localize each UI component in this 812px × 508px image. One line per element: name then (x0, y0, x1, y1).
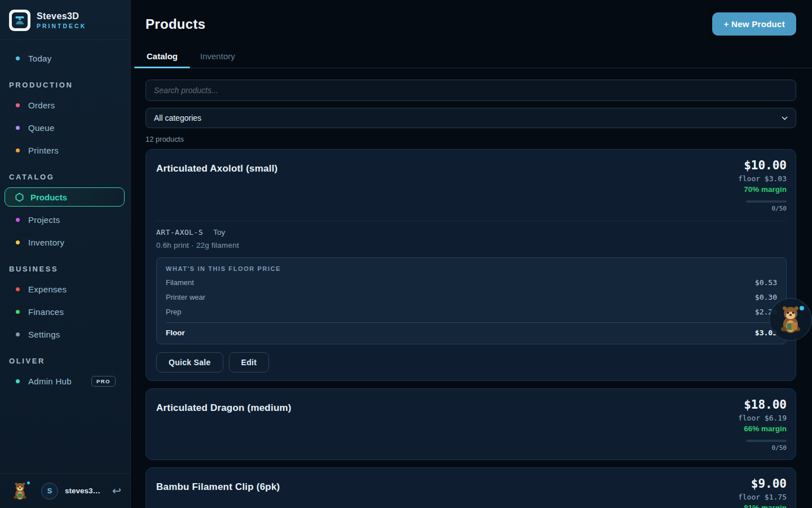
product-floor: floor $1.75 (719, 493, 787, 501)
chevron-down-icon (782, 116, 788, 120)
product-margin: 81% margin (719, 503, 787, 508)
breakdown-label: Prep (166, 308, 181, 316)
sidebar-item-label: Orders (28, 100, 55, 110)
avatar-initial: S (47, 487, 52, 495)
divider (156, 221, 787, 221)
status-dot (16, 103, 20, 107)
notification-dot (800, 306, 804, 310)
status-dot (16, 218, 20, 222)
otter-mascot-icon (12, 482, 28, 500)
product-card[interactable]: Articulated Axolotl (small) $10.00 floor… (145, 149, 796, 381)
status-dot (27, 481, 30, 484)
sidebar-item-finances[interactable]: Finances (0, 300, 130, 323)
product-category: Toy (213, 228, 225, 237)
breakdown-value: $0.53 (755, 278, 777, 287)
status-dot (16, 287, 20, 291)
section-heading-catalog: CATALOG (0, 161, 130, 186)
user-name: steves3… (65, 487, 100, 495)
brand: Steves3D PRINTDECK (0, 0, 130, 40)
status-dot (16, 126, 20, 130)
sidebar-footer: S steves3… ↩ (0, 473, 130, 508)
tab-catalog[interactable]: Catalog (145, 51, 179, 68)
status-dot (16, 148, 20, 152)
sidebar-item-label: Admin Hub (28, 376, 72, 386)
sidebar-item-orders[interactable]: Orders (0, 94, 130, 116)
app-window: Steves3D PRINTDECK Today PRODUCTION Orde… (0, 0, 812, 508)
sidebar-item-label: Today (28, 54, 52, 63)
sidebar-nav: Today PRODUCTION Orders Queue Printers C… (0, 40, 130, 473)
sidebar-item-today[interactable]: Today (0, 47, 130, 69)
floor-price-breakdown: WHAT'S IN THIS FLOOR PRICE Filament $0.5… (156, 257, 787, 344)
tab-inventory[interactable]: Inventory (199, 51, 236, 68)
assistant-otter-button[interactable] (769, 298, 812, 341)
status-dot (16, 240, 20, 244)
logo-icon (9, 10, 30, 31)
brand-subtitle: PRINTDECK (37, 23, 86, 29)
product-sku: ART-AXOL-S (156, 228, 203, 237)
product-price: $9.00 (719, 477, 787, 491)
product-price: $10.00 (719, 159, 787, 172)
sidebar: Steves3D PRINTDECK Today PRODUCTION Orde… (0, 0, 131, 508)
sidebar-item-printers[interactable]: Printers (0, 139, 130, 161)
product-stock: 0/50 (719, 205, 787, 212)
sidebar-item-label: Projects (28, 215, 60, 225)
breakdown-title: WHAT'S IN THIS FLOOR PRICE (166, 265, 777, 272)
product-margin: 70% margin (719, 185, 787, 194)
product-count: 12 products (145, 135, 796, 143)
breakdown-value: $0.30 (755, 293, 777, 301)
status-dot (16, 56, 20, 60)
section-heading-oliver: OLIVER (0, 345, 130, 370)
sidebar-item-expenses[interactable]: Expenses (0, 278, 130, 300)
tab-bar: Catalog Inventory (145, 51, 812, 68)
sidebar-item-label: Expenses (28, 284, 67, 294)
section-heading-business: BUSINESS (0, 253, 130, 278)
sidebar-item-label: Finances (28, 307, 64, 317)
quick-sale-button[interactable]: Quick Sale (156, 352, 223, 373)
printer-icon (14, 15, 25, 26)
new-product-button[interactable]: + New Product (712, 12, 796, 36)
stock-progress-bar (746, 200, 787, 203)
breakdown-label: Printer wear (166, 293, 205, 301)
sidebar-item-label: Settings (28, 330, 60, 339)
sidebar-item-label: Queue (28, 123, 55, 133)
search-input[interactable] (145, 80, 796, 101)
stock-progress-bar (746, 440, 787, 442)
status-dot (16, 310, 20, 314)
category-select[interactable]: All categories (145, 108, 796, 128)
sidebar-item-projects[interactable]: Projects (0, 208, 130, 231)
product-card[interactable]: Bambu Filament Clip (6pk) $9.00 floor $1… (145, 467, 796, 508)
product-margin: 66% margin (719, 424, 787, 433)
product-card[interactable]: Articulated Dragon (medium) $18.00 floor… (145, 388, 796, 460)
product-price: $18.00 (719, 398, 787, 411)
pro-badge: PRO (91, 376, 116, 387)
edit-button[interactable]: Edit (229, 352, 270, 373)
page-title: Products (145, 16, 205, 32)
product-name: Articulated Dragon (medium) (156, 398, 292, 414)
sidebar-item-label: Inventory (28, 238, 64, 247)
hexagon-icon (15, 192, 24, 202)
category-select-value: All categories (154, 113, 201, 122)
sidebar-item-settings[interactable]: Settings (0, 323, 130, 345)
breakdown-label: Filament (166, 278, 194, 287)
sidebar-item-queue[interactable]: Queue (0, 116, 130, 139)
breakdown-total-label: Floor (166, 329, 185, 337)
logout-icon[interactable]: ↩ (112, 484, 121, 497)
avatar: S (41, 483, 58, 500)
product-meta: 0.6h print · 22g filament (156, 241, 787, 249)
product-stock: 0/50 (719, 444, 787, 452)
product-name: Bambu Filament Clip (6pk) (156, 477, 280, 493)
section-heading-production: PRODUCTION (0, 69, 130, 94)
main-content: Products + New Product Catalog Inventory… (131, 0, 812, 508)
product-name: Articulated Axolotl (small) (156, 159, 277, 174)
divider (166, 322, 777, 323)
product-floor: floor $6.19 (719, 414, 787, 422)
brand-name: Steves3D (37, 11, 86, 21)
sidebar-item-inventory[interactable]: Inventory (0, 231, 130, 253)
status-dot (16, 332, 20, 336)
sidebar-item-admin-hub[interactable]: Admin Hub PRO (0, 370, 130, 392)
product-floor: floor $3.03 (719, 174, 787, 183)
status-dot (16, 379, 20, 383)
sidebar-item-products[interactable]: Products (5, 187, 125, 207)
sidebar-item-label: Printers (28, 146, 59, 155)
product-list: Articulated Axolotl (small) $10.00 floor… (145, 149, 796, 508)
